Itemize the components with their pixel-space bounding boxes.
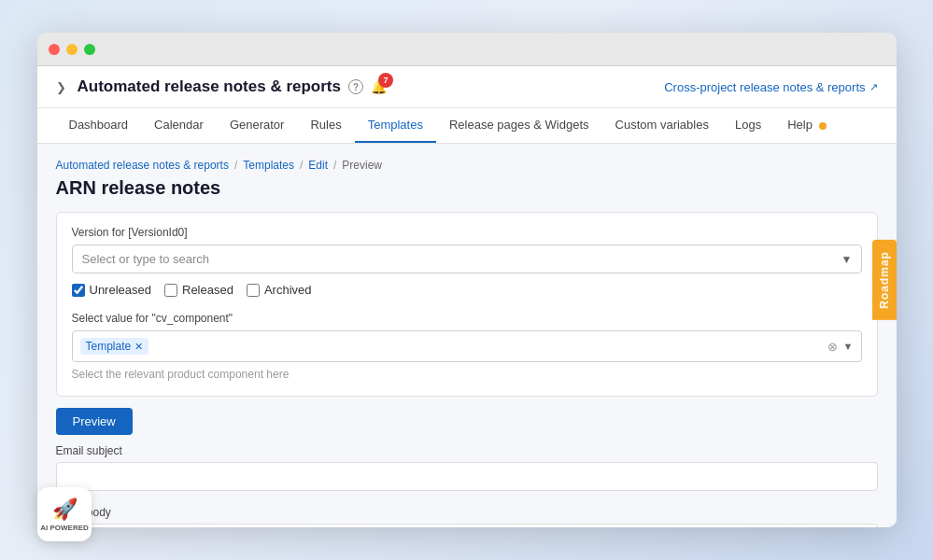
email-body-editor[interactable]: ⌃ bbox=[56, 524, 878, 527]
notification-badge: 7 bbox=[378, 73, 393, 88]
ai-badge-label: AI POWERED bbox=[40, 524, 89, 532]
tag-remove-icon[interactable]: ✕ bbox=[134, 341, 143, 353]
tab-calendar[interactable]: Calendar bbox=[141, 108, 217, 143]
preview-button-section: Preview bbox=[56, 408, 878, 435]
tab-help-label: Help bbox=[787, 118, 813, 132]
email-body-label: Email body bbox=[56, 506, 878, 519]
checkbox-archived-label: Archived bbox=[264, 283, 312, 297]
tab-logs[interactable]: Logs bbox=[722, 108, 774, 143]
roadmap-tab[interactable]: Roadmap bbox=[872, 240, 897, 320]
checkbox-archived-input[interactable] bbox=[247, 284, 260, 297]
external-link-icon: ↗ bbox=[869, 81, 878, 93]
top-header: ❯ Automated release notes & reports ? 🔔 … bbox=[37, 66, 897, 108]
tab-release-pages[interactable]: Release pages & Widgets bbox=[436, 108, 602, 143]
breadcrumb-preview: Preview bbox=[342, 159, 382, 172]
app-title-text: Automated release notes & reports bbox=[78, 77, 341, 96]
help-dot-indicator bbox=[819, 122, 827, 130]
nav-tabs: Dashboard Calendar Generator Rules Templ… bbox=[37, 108, 897, 144]
preview-button[interactable]: Preview bbox=[56, 408, 133, 435]
breadcrumb-edit-link[interactable]: Edit bbox=[308, 159, 328, 172]
main-area: Automated release notes & reports / Temp… bbox=[37, 144, 897, 527]
browser-titlebar bbox=[37, 33, 897, 66]
tab-templates[interactable]: Templates bbox=[355, 108, 436, 143]
email-subject-label: Email subject bbox=[56, 444, 878, 457]
traffic-light-red[interactable] bbox=[49, 44, 60, 55]
email-subject-section: Email subject bbox=[56, 444, 878, 500]
form-inner: Version for [VersionId0] Select or type … bbox=[57, 213, 877, 396]
breadcrumb: Automated release notes & reports / Temp… bbox=[56, 159, 878, 172]
app-title: Automated release notes & reports ? 🔔 7 bbox=[78, 77, 388, 96]
checkbox-released[interactable]: Released bbox=[164, 283, 233, 297]
checkbox-unreleased[interactable]: Unreleased bbox=[72, 283, 152, 297]
clear-icon[interactable]: ⊗ bbox=[827, 340, 838, 354]
checkbox-archived[interactable]: Archived bbox=[247, 283, 312, 297]
version-select[interactable]: Select or type to search bbox=[72, 245, 862, 273]
cross-project-link[interactable]: Cross-project release notes & reports ↗ bbox=[664, 80, 877, 94]
tab-dashboard[interactable]: Dashboard bbox=[56, 108, 142, 143]
ai-badge: 🚀 AI POWERED bbox=[37, 487, 92, 541]
cv-component-label: Select value for "cv_component" bbox=[72, 312, 862, 325]
breadcrumb-sep-2: / bbox=[300, 159, 303, 172]
bell-wrapper: 🔔 7 bbox=[371, 78, 388, 95]
breadcrumb-templates-link[interactable]: Templates bbox=[243, 159, 294, 172]
checkbox-unreleased-input[interactable] bbox=[72, 284, 85, 297]
app-content: ❯ Automated release notes & reports ? 🔔 … bbox=[37, 66, 897, 527]
tab-generator[interactable]: Generator bbox=[217, 108, 298, 143]
checkbox-unreleased-label: Unreleased bbox=[90, 283, 152, 297]
page-title: ARN release notes bbox=[56, 177, 878, 199]
cross-project-link-text: Cross-project release notes & reports bbox=[664, 80, 865, 94]
version-label: Version for [VersionId0] bbox=[72, 226, 862, 239]
breadcrumb-sep-1: / bbox=[234, 159, 237, 172]
checkbox-released-input[interactable] bbox=[164, 284, 177, 297]
checkboxes-row: Unreleased Released Archived bbox=[72, 283, 862, 297]
form-card: Version for [VersionId0] Select or type … bbox=[56, 212, 878, 397]
email-body-section: Email body ⌃ bbox=[56, 506, 878, 527]
breadcrumb-app-link[interactable]: Automated release notes & reports bbox=[56, 159, 229, 172]
tab-help[interactable]: Help bbox=[774, 108, 839, 143]
email-subject-input[interactable] bbox=[56, 462, 878, 491]
browser-window: ❯ Automated release notes & reports ? 🔔 … bbox=[37, 33, 897, 527]
traffic-light-green[interactable] bbox=[84, 44, 95, 55]
tag-label: Template bbox=[86, 340, 132, 353]
traffic-light-yellow[interactable] bbox=[66, 44, 78, 55]
breadcrumb-sep-3: / bbox=[333, 159, 336, 172]
tab-custom-variables[interactable]: Custom variables bbox=[602, 108, 722, 143]
ai-badge-icon: 🚀 bbox=[52, 497, 78, 522]
component-placeholder: Select the relevant product component he… bbox=[72, 366, 862, 383]
tab-rules[interactable]: Rules bbox=[297, 108, 354, 143]
collapse-arrow[interactable]: ❯ bbox=[56, 80, 66, 94]
tag-dropdown-arrow[interactable]: ▼ bbox=[843, 341, 854, 352]
template-tag: Template ✕ bbox=[80, 338, 149, 355]
help-icon[interactable]: ? bbox=[348, 79, 363, 94]
checkbox-released-label: Released bbox=[182, 283, 233, 297]
tag-select-controls: ⊗ ▼ bbox=[827, 340, 854, 354]
version-select-wrapper: Select or type to search ▼ bbox=[72, 245, 862, 273]
cv-component-select[interactable]: Template ✕ ⊗ ▼ bbox=[72, 330, 862, 362]
